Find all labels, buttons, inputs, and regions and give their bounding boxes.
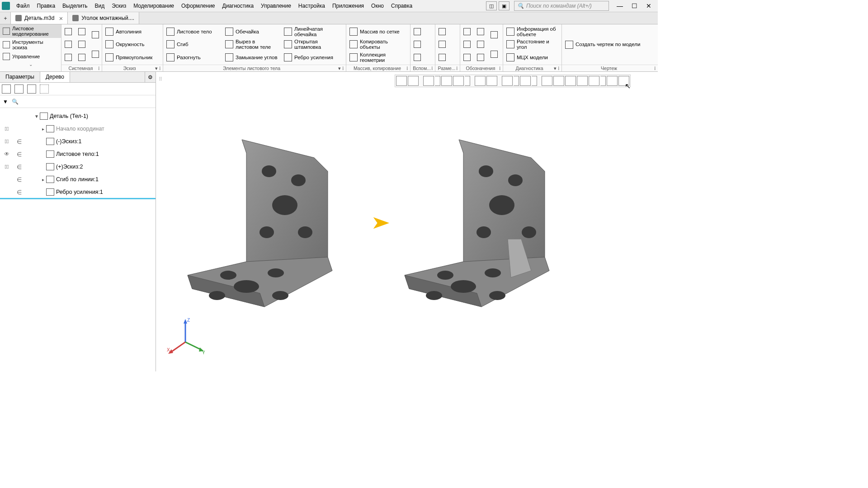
print-button[interactable] — [63, 38, 73, 51]
view-tool[interactable] — [553, 76, 564, 86]
menu-file[interactable]: Файл — [13, 1, 33, 11]
aux-btn-3[interactable] — [412, 51, 422, 63]
tree-origin[interactable]: 👁̶ ▸ Начало координат — [0, 122, 156, 135]
tree-tab[interactable]: Дерево — [40, 72, 70, 82]
annot-btn[interactable] — [489, 29, 499, 41]
menu-diagnostics[interactable]: Диагностика — [219, 1, 258, 11]
tree-search-input[interactable] — [22, 99, 153, 105]
copy-objects-button[interactable]: Копировать объекты — [348, 38, 408, 51]
tree-tool-2[interactable] — [14, 84, 24, 94]
save-button[interactable] — [90, 29, 100, 41]
close-button[interactable]: ✕ — [643, 1, 654, 10]
autoline-button[interactable]: Автолиния — [104, 26, 154, 38]
ribbon-tab-manage[interactable]: Управление — [0, 52, 61, 61]
filter-icon[interactable]: ▼ — [3, 99, 8, 105]
view-tool[interactable] — [577, 76, 588, 86]
dim-btn-1[interactable] — [437, 26, 447, 38]
annot-btn[interactable] — [489, 48, 499, 60]
dim-btn-3[interactable] — [437, 51, 447, 63]
rib-button[interactable]: Ребро усиления — [283, 51, 342, 63]
sheet-cut-button[interactable]: Вырез в листовом теле — [224, 38, 279, 51]
view-tool[interactable] — [396, 76, 407, 86]
annot-btn[interactable] — [462, 38, 472, 51]
tree-bend-1[interactable]: ∈ ▸ Сгиб по линии:1 — [0, 173, 156, 186]
dropdown[interactable] — [532, 76, 537, 86]
undo-button[interactable] — [63, 51, 73, 63]
menu-apps[interactable]: Приложения — [329, 1, 368, 11]
view-tool[interactable] — [486, 76, 497, 86]
command-search[interactable]: 🔍 Поиск по командам (Alt+/) — [514, 1, 609, 11]
menu-edit[interactable]: Правка — [33, 1, 59, 11]
info-object-button[interactable]: Информация об объекте — [505, 26, 560, 38]
rectangle-button[interactable]: Прямоугольник — [104, 51, 154, 63]
view-tool[interactable] — [475, 76, 486, 86]
orient-tool[interactable] — [453, 76, 464, 86]
layout-icon-1[interactable]: ◫ — [486, 1, 497, 10]
minimize-button[interactable]: — — [614, 1, 625, 10]
saveas-button[interactable] — [90, 48, 100, 60]
coordinate-triad[interactable]: Z X Y — [165, 317, 206, 358]
doc-tab-active[interactable]: Деталь.m3d × — [11, 12, 68, 24]
open-button[interactable] — [77, 26, 87, 38]
annot-btn[interactable] — [476, 51, 486, 63]
ribbon-tab-sheet-modeling[interactable]: Листовое моделирование — [0, 24, 61, 38]
circle-button[interactable]: Окружность — [104, 38, 154, 51]
dim-btn-2[interactable] — [437, 38, 447, 51]
close-corners-button[interactable]: Замыкание углов — [224, 51, 279, 63]
geom-collection-button[interactable]: Коллекция геометрии — [348, 51, 408, 63]
unbend-button[interactable]: Разогнуть — [165, 51, 220, 63]
app-icon[interactable] — [2, 2, 10, 10]
zoom-tool[interactable] — [423, 76, 434, 86]
shade-tool[interactable] — [502, 76, 513, 86]
zoom-dropdown[interactable] — [435, 76, 440, 86]
aux-btn-1[interactable] — [412, 26, 422, 38]
open-stamp-button[interactable]: Открытая штамповка — [283, 38, 342, 51]
maximize-button[interactable]: ☐ — [629, 1, 640, 10]
sheet-body-button[interactable]: Листовое тело — [165, 26, 220, 38]
menu-manage[interactable]: Управление — [257, 1, 295, 11]
tree-rib-1[interactable]: ∈ Ребро усиления:1 — [0, 186, 156, 198]
tree-tool-4[interactable] — [40, 84, 49, 94]
shell-button[interactable]: Обечайка — [224, 26, 279, 38]
panel-settings-button[interactable]: ⚙ — [145, 72, 156, 82]
tree-tool-1[interactable] — [2, 84, 11, 94]
grid-pattern-button[interactable]: Массив по сетке — [348, 26, 408, 38]
create-drawing-button[interactable]: Создать чертеж по модели — [564, 38, 642, 51]
annot-btn[interactable] — [462, 51, 472, 63]
shade-dropdown[interactable] — [514, 76, 519, 86]
menu-decor[interactable]: Оформление — [178, 1, 218, 11]
menu-settings[interactable]: Настройка — [295, 1, 329, 11]
toolbar-handle[interactable]: ⠿ — [159, 76, 163, 84]
view-tool[interactable] — [408, 76, 419, 86]
tree-root[interactable]: ▼ Деталь (Тел-1) — [0, 110, 156, 122]
viewport-3d[interactable]: ⠿ — [156, 72, 658, 371]
ruled-shell-button[interactable]: Линейчатая обечайка — [283, 26, 342, 38]
menu-sketch[interactable]: Эскиз — [108, 1, 130, 11]
view-tool[interactable] — [565, 76, 576, 86]
distance-angle-button[interactable]: Расстояние и угол — [505, 38, 560, 51]
annot-btn[interactable] — [462, 26, 472, 38]
tree-sketch-2[interactable]: 👁̶∈ (+)Эскиз:2 — [0, 160, 156, 173]
menu-select[interactable]: Выделить — [59, 1, 91, 11]
tree-sheet-body-1[interactable]: 👁∈ Листовое тело:1 — [0, 148, 156, 160]
tree-sketch-1[interactable]: 👁̶∈ (-)Эскиз:1 — [0, 135, 156, 148]
orient-dropdown[interactable] — [465, 76, 470, 86]
view-tool[interactable] — [520, 76, 531, 86]
menu-modeling[interactable]: Моделирование — [130, 1, 178, 11]
preview-button[interactable] — [77, 38, 87, 51]
params-tab[interactable]: Параметры — [0, 72, 40, 82]
new-tab-button[interactable]: ＋ — [0, 12, 11, 24]
menu-help[interactable]: Справка — [387, 1, 416, 11]
annot-btn[interactable] — [476, 38, 486, 51]
filter-dropdown[interactable] — [600, 76, 606, 86]
menu-view[interactable]: Вид — [91, 1, 108, 11]
annot-btn[interactable] — [476, 26, 486, 38]
mass-props-button[interactable]: МЦХ модели — [505, 51, 560, 63]
tab-close-icon[interactable]: × — [59, 14, 63, 22]
view-tool[interactable] — [542, 76, 552, 86]
bend-button[interactable]: Сгиб — [165, 38, 220, 51]
doc-tab-2[interactable]: Уголок монтажный.... — [68, 12, 139, 24]
filter-tool[interactable] — [589, 76, 599, 86]
view-tool[interactable] — [441, 76, 452, 86]
aux-btn-2[interactable] — [412, 38, 422, 51]
